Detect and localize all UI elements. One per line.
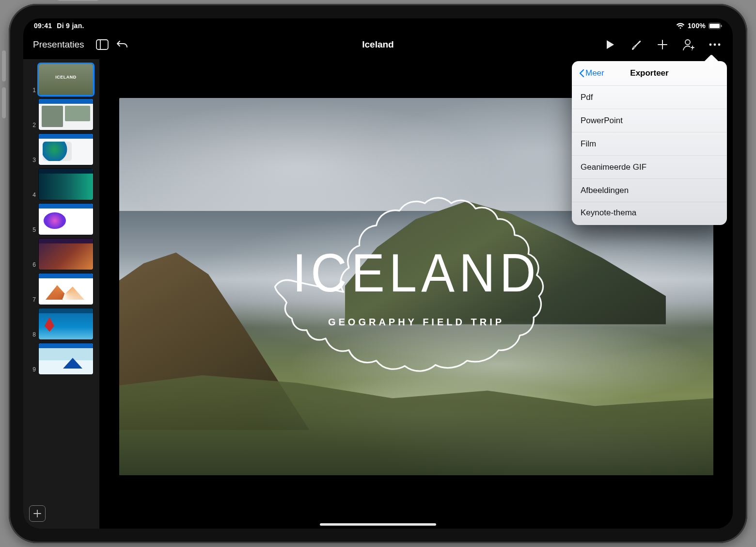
status-time: 09:41 (34, 22, 52, 30)
thumbnail-number: 4 (23, 192, 36, 200)
workspace: 1 ICELAND 2 3 4 (23, 59, 733, 529)
svg-point-9 (718, 44, 721, 46)
thumbnail-number: 1 (23, 87, 36, 95)
status-bar: 09:41 Di 9 jan. 100% (23, 18, 733, 33)
volume-down-button (2, 87, 6, 118)
slide-thumbnail[interactable] (39, 204, 93, 235)
thumbnail-number: 5 (23, 226, 36, 235)
slide-thumbnail[interactable] (39, 274, 93, 305)
thumbnail-row[interactable]: 9 (23, 341, 99, 376)
thumbnail-row[interactable]: 8 (23, 306, 99, 341)
format-paintbrush-button[interactable] (626, 35, 646, 54)
slide-thumbnail[interactable] (39, 239, 93, 270)
thumbnail-number: 3 (23, 157, 36, 165)
home-indicator[interactable] (320, 523, 436, 526)
svg-rect-2 (721, 25, 722, 27)
slide-thumbnail[interactable] (39, 308, 93, 339)
thumbnail-row[interactable]: 6 (23, 237, 99, 272)
slide-thumbnail[interactable] (39, 169, 93, 200)
thumbnail-row[interactable]: 5 (23, 202, 99, 237)
slide-canvas-area[interactable]: ICELAND GEOGRAPHY FIELD TRIP Meer Export… (100, 59, 733, 529)
thumbnail-row[interactable]: 4 (23, 167, 99, 202)
svg-point-7 (709, 44, 712, 46)
app-toolbar: Presentaties Iceland (23, 33, 733, 59)
add-slide-button[interactable] (29, 505, 46, 522)
slide-thumbnail[interactable] (39, 99, 93, 130)
popover-back-button[interactable]: Meer (579, 68, 604, 78)
thumbnail-row[interactable]: 2 (23, 97, 99, 132)
slide-title-text[interactable]: ICELAND (143, 241, 690, 304)
thumbnail-number: 8 (23, 331, 36, 339)
battery-icon (709, 23, 722, 29)
export-option-animated-gif[interactable]: Geanimeerde GIF (572, 155, 727, 178)
add-button[interactable] (652, 35, 673, 54)
thumbnail-number: 7 (23, 296, 36, 305)
svg-point-5 (685, 40, 690, 45)
svg-rect-1 (709, 24, 720, 28)
thumbnail-row[interactable]: 1 ICELAND (23, 62, 99, 97)
export-option-pdf[interactable]: Pdf (572, 85, 727, 109)
thumbnail-number: 2 (23, 122, 36, 130)
collaborate-button[interactable] (678, 35, 699, 54)
thumbnail-row[interactable]: 3 (23, 132, 99, 167)
slide-navigator: 1 ICELAND 2 3 4 (23, 59, 100, 529)
undo-button[interactable] (112, 35, 133, 54)
svg-point-8 (714, 44, 716, 46)
thumbnail-title: ICELAND (39, 75, 93, 80)
presentations-back-button[interactable]: Presentaties (31, 39, 86, 50)
thumbnail-row[interactable]: 7 (23, 272, 99, 306)
popover-back-label: Meer (585, 68, 604, 78)
more-button[interactable] (705, 35, 725, 54)
popover-header: Meer Exporteer (572, 61, 727, 85)
play-presentation-button[interactable] (600, 35, 620, 54)
sidebar-toggle-button[interactable] (92, 35, 112, 54)
svg-rect-3 (96, 40, 108, 49)
export-popover: Meer Exporteer Pdf PowerPoint Film Geani… (572, 61, 727, 225)
slide-thumbnail[interactable]: ICELAND (39, 64, 93, 95)
slide-subtitle-text[interactable]: GEOGRAPHY FIELD TRIP (119, 317, 713, 328)
volume-up-button (2, 50, 6, 81)
power-button (57, 0, 99, 1)
export-option-images[interactable]: Afbeeldingen (572, 178, 727, 202)
screen: 09:41 Di 9 jan. 100% Presentaties (23, 18, 733, 529)
wifi-icon (676, 23, 685, 29)
export-option-powerpoint[interactable]: PowerPoint (572, 109, 727, 132)
slide-thumbnail[interactable] (39, 343, 93, 374)
chevron-left-icon (579, 69, 584, 78)
battery-percent: 100% (688, 22, 706, 30)
export-option-keynote-theme[interactable]: Keynote-thema (572, 202, 727, 225)
thumbnail-number: 9 (23, 366, 36, 374)
export-option-movie[interactable]: Film (572, 132, 727, 155)
slide-thumbnail[interactable] (39, 134, 93, 165)
ipad-frame: 09:41 Di 9 jan. 100% Presentaties (9, 4, 747, 543)
thumbnail-number: 6 (23, 261, 36, 270)
status-date: Di 9 jan. (57, 22, 84, 30)
